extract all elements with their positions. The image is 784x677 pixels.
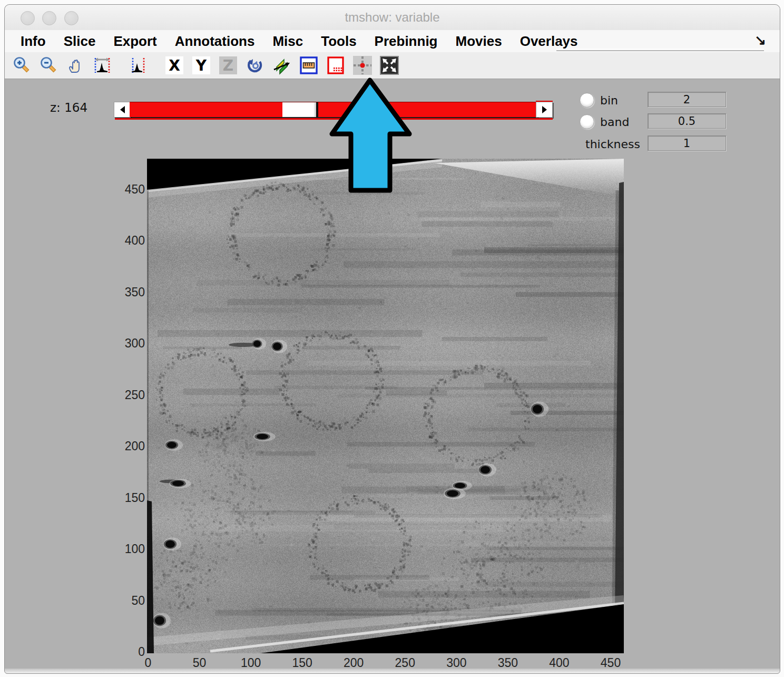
menu-item-prebinnig[interactable]: Prebinnig — [366, 33, 447, 50]
zoom-out-icon[interactable] — [38, 55, 58, 75]
menu-item-tools[interactable]: Tools — [312, 33, 365, 50]
toolbar: X Y Z — [5, 52, 780, 79]
menu-item-annotations[interactable]: Annotations — [166, 33, 264, 50]
slider-right-arrow[interactable] — [536, 102, 553, 118]
window-title: tmshow: variable — [5, 5, 780, 30]
zoom-in-icon[interactable] — [12, 55, 32, 75]
view-y-icon[interactable]: Y — [191, 55, 211, 75]
z-slider[interactable] — [114, 102, 553, 117]
flip-plane-icon[interactable] — [272, 55, 292, 75]
slider-thumb[interactable] — [282, 102, 318, 117]
rotate-icon[interactable] — [245, 55, 265, 75]
menu-bar: InfoSliceExportAnnotationsMiscToolsPrebi… — [5, 30, 780, 53]
menubar-underline — [556, 49, 764, 51]
menu-item-movies[interactable]: Movies — [447, 33, 511, 50]
y-tick-label: 450 — [116, 183, 145, 196]
x-tick-label: 300 — [446, 656, 466, 669]
y-tick-label: 150 — [116, 491, 145, 504]
svg-text:Y: Y — [195, 57, 207, 74]
tmshow-window: tmshow: variable InfoSliceExportAnnotati… — [4, 4, 780, 674]
bin-label: bin — [600, 94, 618, 107]
thickness-field[interactable] — [648, 136, 726, 151]
view-x-icon[interactable]: X — [164, 55, 184, 75]
y-tick-label: 100 — [116, 543, 145, 555]
menu-item-overlays[interactable]: Overlays — [511, 33, 587, 50]
y-tick-label: 50 — [116, 594, 145, 607]
band-label: band — [600, 115, 629, 129]
thickness-label: thickness — [585, 138, 640, 151]
x-tick-label: 350 — [498, 656, 518, 669]
x-tick-label: 150 — [292, 656, 312, 669]
x-tick-label: 50 — [193, 656, 207, 669]
menu-overflow-icon[interactable]: ↘ — [754, 32, 766, 49]
pan-hand-icon[interactable] — [65, 55, 85, 75]
histogram-range-icon[interactable] — [92, 55, 112, 75]
band-radio[interactable] — [580, 114, 594, 129]
z-slice-label: z: 164 — [50, 101, 87, 114]
x-tick-label: 400 — [549, 656, 569, 669]
view-z-icon[interactable]: Z — [218, 55, 238, 75]
y-tick-label: 0 — [116, 645, 145, 658]
menu-item-info[interactable]: Info — [12, 33, 55, 50]
bin-field[interactable] — [648, 92, 726, 107]
titlebar[interactable]: tmshow: variable — [5, 5, 780, 31]
menu-item-slice[interactable]: Slice — [55, 33, 105, 50]
measure-ruler-icon[interactable] — [299, 55, 319, 75]
svg-text:X: X — [169, 57, 180, 74]
window-bottom-edge — [5, 669, 780, 673]
y-tick-label: 250 — [116, 389, 145, 401]
bin-radio[interactable] — [580, 93, 594, 108]
slider-trough[interactable] — [130, 102, 538, 117]
histogram-level-icon[interactable] — [127, 55, 147, 75]
right-triangle-icon — [542, 106, 547, 113]
x-tick-label: 200 — [344, 656, 364, 669]
x-tick-label: 450 — [601, 656, 621, 669]
y-tick-label: 400 — [116, 234, 145, 247]
fit-view-icon[interactable] — [379, 55, 399, 75]
region-select-icon[interactable] — [326, 55, 346, 75]
y-tick-label: 350 — [116, 286, 145, 298]
center-marker-icon[interactable] — [352, 55, 373, 75]
menu-item-misc[interactable]: Misc — [263, 33, 312, 50]
band-field[interactable] — [648, 113, 726, 129]
svg-text:Z: Z — [223, 57, 233, 74]
tomogram-image[interactable] — [147, 159, 624, 653]
left-triangle-icon — [120, 106, 125, 113]
slider-left-arrow[interactable] — [114, 102, 131, 118]
y-tick-label: 300 — [116, 337, 145, 350]
x-tick-label: 250 — [395, 656, 415, 669]
y-tick-label: 200 — [116, 440, 145, 452]
menu-item-export[interactable]: Export — [104, 33, 165, 50]
x-tick-label: 0 — [145, 656, 152, 669]
x-tick-label: 100 — [241, 656, 261, 669]
